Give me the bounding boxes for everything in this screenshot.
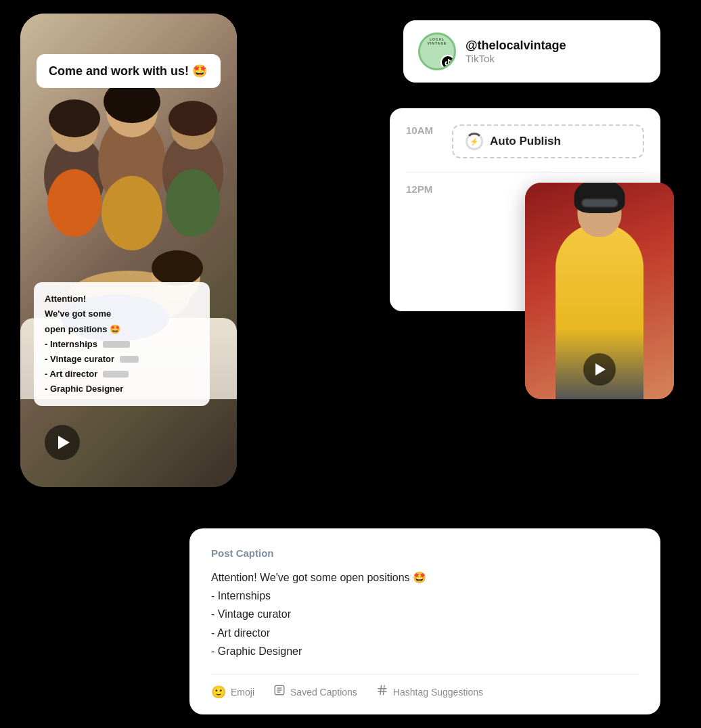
- caption-body-line-5: - Graphic Designer: [211, 645, 302, 657]
- tiktok-platform: TikTok: [466, 53, 566, 64]
- svg-point-11: [152, 250, 203, 286]
- tiktok-account-card: LOCALVINTAGE @thelocalvintage TikTok: [403, 20, 660, 83]
- avatar: LOCALVINTAGE: [418, 32, 456, 70]
- caption-body: Attention! We've got some open positions…: [211, 568, 639, 660]
- svg-point-8: [168, 101, 217, 136]
- caption-card: Post Caption Attention! We've got some o…: [189, 528, 660, 714]
- play-triangle-icon: [595, 363, 606, 376]
- tiktok-username: @thelocalvintage: [466, 39, 566, 53]
- video-background: [525, 183, 674, 399]
- caption-line-6: - Art director: [45, 369, 97, 379]
- schedule-time-1: 10AM: [406, 124, 441, 136]
- svg-point-12: [47, 169, 101, 237]
- emoji-label: Emoji: [231, 687, 254, 698]
- saved-captions-action[interactable]: Saved Captions: [273, 684, 357, 700]
- auto-publish-label: Auto Publish: [490, 135, 561, 148]
- caption-line-4: - Internships: [45, 339, 97, 349]
- phone-caption-text: Attention! We've got some open positions…: [45, 292, 199, 396]
- svg-point-14: [166, 169, 220, 237]
- caption-line-5: - Vintage curator: [45, 354, 114, 364]
- svg-point-2: [49, 99, 100, 137]
- bolt-icon: ⚡: [470, 137, 479, 146]
- caption-line-1: Attention!: [45, 294, 86, 304]
- person-head: [578, 186, 622, 237]
- caption-line-3: open positions 🤩: [45, 324, 120, 334]
- emoji-icon: 🙂: [211, 685, 226, 700]
- phone-card: Come and work with us! 🤩 Attention! We'v…: [20, 14, 237, 487]
- caption-line-7: - Graphic Designer: [45, 384, 123, 394]
- caption-body-line-4: - Art director: [211, 627, 270, 639]
- schedule-row-1: 10AM ⚡ Auto Publish: [406, 124, 644, 158]
- avatar-text: LOCALVINTAGE: [420, 37, 454, 45]
- svg-line-22: [380, 685, 382, 695]
- caption-body-line-1: Attention! We've got some open positions…: [211, 572, 426, 583]
- emoji-action[interactable]: 🙂 Emoji: [211, 684, 254, 700]
- phone-top-text: Come and work with us! 🤩: [37, 54, 221, 88]
- hashtag-label: Hashtag Suggestions: [393, 687, 483, 698]
- auto-publish-spinner-icon: ⚡: [466, 133, 483, 150]
- caption-line-2: We've got some: [45, 309, 111, 319]
- schedule-divider: [406, 172, 644, 173]
- hashtag-action[interactable]: Hashtag Suggestions: [376, 684, 483, 700]
- video-play-button[interactable]: [583, 353, 616, 386]
- schedule-time-2: 12PM: [406, 183, 441, 195]
- svg-line-23: [383, 685, 384, 695]
- hashtag-icon: [376, 684, 388, 700]
- caption-title: Post Caption: [211, 547, 639, 559]
- tiktok-info: @thelocalvintage TikTok: [466, 39, 566, 64]
- caption-actions: 🙂 Emoji Saved Captions: [211, 674, 639, 700]
- video-card: [525, 183, 674, 399]
- phone-play-triangle-icon: [58, 436, 70, 449]
- tiktok-badge: [440, 55, 455, 70]
- caption-body-line-3: - Vintage curator: [211, 608, 291, 620]
- auto-publish-box[interactable]: ⚡ Auto Publish: [452, 124, 644, 158]
- saved-captions-icon: [273, 684, 286, 700]
- saved-captions-label: Saved Captions: [290, 687, 357, 698]
- tiktok-icon: [444, 58, 452, 66]
- person-glasses: [581, 198, 618, 208]
- svg-point-13: [101, 176, 162, 250]
- phone-play-button[interactable]: [45, 425, 80, 460]
- phone-caption-box: Attention! We've got some open positions…: [34, 282, 210, 406]
- caption-body-line-2: - Internships: [211, 590, 271, 601]
